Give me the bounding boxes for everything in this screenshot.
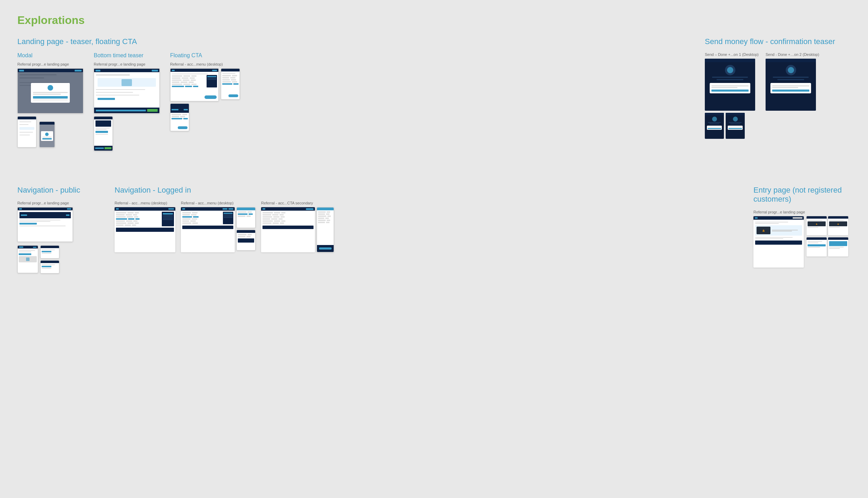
nav-public-mobile-3[interactable] xyxy=(40,260,59,273)
send-dark-screen-1[interactable] xyxy=(705,59,755,111)
modal-mobile-sm-screen[interactable] xyxy=(39,121,55,147)
entry-small-3[interactable] xyxy=(807,237,827,256)
nav-logged-sub-3: Referral - acc...CTA secondary xyxy=(261,201,334,205)
floating-cta-sub-1: Referral - acc...menu (desktop) xyxy=(170,62,240,66)
entry-small-1[interactable]: a xyxy=(807,216,827,235)
nav-logged-desktop-1[interactable] xyxy=(115,207,175,252)
nav-public-mobile-2[interactable] xyxy=(40,245,59,259)
nav-logged-desktop-2[interactable] xyxy=(181,207,235,252)
nav-public-mobile-1[interactable] xyxy=(17,245,38,273)
bottom-teaser-mobile[interactable] xyxy=(94,116,113,151)
nav-logged-group-3: Referral - acc...CTA secondary xyxy=(261,201,334,252)
nav-logged-sub-1: Referral - acc...menu (desktop) xyxy=(115,201,175,205)
send-money-title: Send money flow - confirmation teaser xyxy=(705,37,851,46)
entry-title: Entry page (not registered customers) xyxy=(753,186,851,204)
modal-group: Modal Referral progr...e landing page xyxy=(17,52,83,147)
modal-label: Modal xyxy=(17,52,83,59)
bottom-teaser-label: Bottom timed teaser xyxy=(94,52,160,59)
page-title: Explorations xyxy=(17,14,851,27)
nav-logged-mobile-1[interactable] xyxy=(236,207,256,228)
modal-sub: Referral progr...e landing page xyxy=(17,62,83,66)
nav-public-sub: Referral progr...e landing page xyxy=(17,201,94,205)
landing-title: Landing page - teaser, floating CTA xyxy=(17,37,691,46)
entry-small-2[interactable]: a xyxy=(828,216,848,235)
floating-cta-mobile-2[interactable] xyxy=(170,103,189,131)
send-sub-2: Send - Done +…on 2 (Desktop) xyxy=(766,52,819,57)
nav-public-title: Navigation - public xyxy=(17,186,94,195)
nav-logged-title: Navigation - Logged in xyxy=(115,186,733,195)
floating-cta-group: Floating CTA Referral - acc...menu (desk… xyxy=(170,52,240,131)
send-sub-1: Send – Done +...on 1 (Desktop) xyxy=(705,52,759,57)
nav-logged-group-1: Referral - acc...menu (desktop) xyxy=(115,201,175,252)
send-group-1: Send – Done +...on 1 (Desktop) xyxy=(705,52,759,139)
nav-logged-section: Navigation - Logged in Referral - acc...… xyxy=(115,186,733,252)
bottom-teaser-sub: Referral progr...e landing page xyxy=(94,62,160,66)
nav-logged-cta-mobile[interactable] xyxy=(317,207,334,252)
modal-mobile-screen[interactable] xyxy=(17,116,36,147)
send-small-screen-1b[interactable] xyxy=(726,113,745,139)
floating-cta-label: Floating CTA xyxy=(170,52,240,59)
nav-logged-sub-2: Referral - acc...menu (desktop) xyxy=(181,201,256,205)
bottom-teaser-group: Bottom timed teaser Referral progr...e l… xyxy=(94,52,160,151)
nav-logged-cta-desktop[interactable] xyxy=(261,207,315,252)
nav-logged-mobile-2[interactable] xyxy=(236,230,256,251)
landing-section: Landing page - teaser, floating CTA Moda… xyxy=(17,37,691,151)
entry-small-4[interactable] xyxy=(828,237,848,256)
nav-public-section: Navigation - public Referral progr...e l… xyxy=(17,186,94,273)
floating-cta-mobile-1[interactable] xyxy=(221,68,240,100)
floating-cta-desktop-1[interactable] xyxy=(170,68,219,101)
entry-sub: Referral progr...e landing page xyxy=(753,210,851,214)
send-money-section: Send money flow - confirmation teaser Se… xyxy=(705,37,851,139)
bottom-teaser-desktop[interactable] xyxy=(94,68,160,113)
send-group-2: Send - Done +…on 2 (Desktop) xyxy=(766,52,819,111)
entry-section: Entry page (not registered customers) Re… xyxy=(753,186,851,268)
nav-public-desktop[interactable] xyxy=(17,207,73,242)
send-small-screen-1a[interactable] xyxy=(705,113,724,139)
entry-desktop[interactable]: a xyxy=(753,216,804,268)
nav-logged-group-2: Referral - acc...menu (desktop) xyxy=(181,201,256,252)
send-dark-screen-2[interactable] xyxy=(766,59,816,111)
modal-screen[interactable] xyxy=(17,68,83,113)
